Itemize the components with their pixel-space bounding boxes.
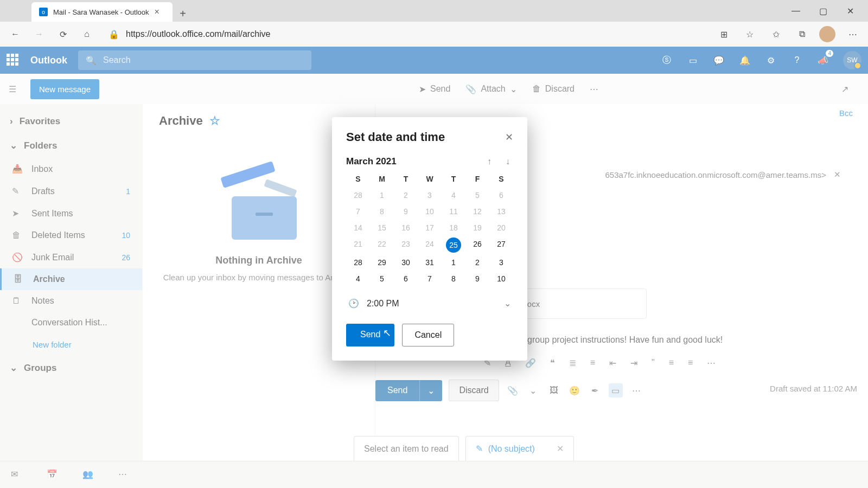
- dow-label: F: [465, 175, 489, 183]
- calendar-day[interactable]: 11: [442, 207, 465, 216]
- outlook-favicon: o: [39, 8, 48, 16]
- time-value: 2:00 PM: [367, 299, 399, 309]
- calendar-day[interactable]: 6: [489, 191, 513, 200]
- lock-icon: 🔒: [108, 29, 119, 40]
- calendar-day[interactable]: 7: [418, 274, 442, 283]
- calendar-day[interactable]: 13: [489, 207, 513, 216]
- calendar-day[interactable]: 17: [418, 223, 442, 232]
- refresh-icon[interactable]: ⟳: [54, 25, 72, 43]
- close-icon[interactable]: ×: [155, 7, 159, 17]
- calendar-day[interactable]: 2: [394, 191, 418, 200]
- maximize-icon[interactable]: ▢: [809, 0, 837, 22]
- forward-icon: →: [30, 25, 48, 43]
- calendar-day[interactable]: 5: [370, 274, 394, 283]
- calendar-day[interactable]: 20: [489, 223, 513, 232]
- back-icon[interactable]: ←: [7, 25, 24, 43]
- calendar-day[interactable]: 4: [442, 191, 465, 200]
- calendar-day[interactable]: 10: [418, 207, 442, 216]
- home-icon[interactable]: ⌂: [78, 25, 95, 43]
- minimize-icon[interactable]: —: [782, 0, 809, 22]
- close-window-icon[interactable]: ✕: [837, 0, 864, 22]
- calendar-month-label: March 2021: [346, 156, 476, 167]
- prev-month-icon[interactable]: ↑: [484, 157, 495, 166]
- calendar-day[interactable]: 8: [442, 274, 465, 283]
- modal-title: Set date and time: [346, 130, 445, 144]
- time-picker[interactable]: 🕑 2:00 PM ⌄: [346, 295, 513, 312]
- calendar-day[interactable]: 22: [370, 240, 394, 251]
- calendar-day[interactable]: 8: [370, 207, 394, 216]
- favorites-bar-icon[interactable]: ✩: [767, 25, 784, 43]
- calendar-day[interactable]: 18: [442, 223, 465, 232]
- calendar-day[interactable]: 1: [442, 258, 465, 267]
- calendar-day[interactable]: 24: [418, 240, 442, 251]
- calendar-day[interactable]: 10: [489, 274, 513, 283]
- calendar-day[interactable]: 7: [346, 207, 370, 216]
- browser-chrome: o Mail - Sara Wanasek - Outlook × + — ▢ …: [0, 0, 868, 47]
- calendar-day[interactable]: 9: [394, 207, 418, 216]
- calendar-day[interactable]: 2: [465, 258, 489, 267]
- calendar-day[interactable]: 6: [394, 274, 418, 283]
- browser-tab[interactable]: o Mail - Sara Wanasek - Outlook ×: [31, 2, 173, 22]
- clock-icon: 🕑: [348, 298, 359, 309]
- chevron-down-icon: ⌄: [504, 298, 511, 309]
- calendar-day[interactable]: 16: [394, 223, 418, 232]
- send-scheduled-button[interactable]: Send ↖: [346, 324, 394, 346]
- dow-label: W: [418, 175, 442, 183]
- url-text: https://outlook.office.com/mail/archive: [126, 29, 271, 39]
- calendar-day[interactable]: 3: [489, 258, 513, 267]
- calendar-day[interactable]: 9: [465, 274, 489, 283]
- favorites-star-icon[interactable]: ☆: [741, 25, 758, 43]
- calendar-day[interactable]: 3: [418, 191, 442, 200]
- new-tab-button[interactable]: +: [175, 5, 191, 22]
- calendar-day[interactable]: 27: [489, 240, 513, 251]
- dow-label: T: [442, 175, 465, 183]
- calendar-day[interactable]: 26: [465, 240, 489, 251]
- calendar-day[interactable]: 23: [394, 240, 418, 251]
- calendar-day[interactable]: 31: [418, 258, 442, 267]
- calendar-day[interactable]: 29: [370, 258, 394, 267]
- tab-title: Mail - Sara Wanasek - Outlook: [53, 8, 149, 16]
- calendar-day[interactable]: 5: [465, 191, 489, 200]
- calendar-day[interactable]: 25: [442, 240, 465, 251]
- close-icon[interactable]: ✕: [505, 131, 513, 143]
- calendar-grid: SMTWTFS281234567891011121314151617181920…: [346, 175, 513, 283]
- calendar-day[interactable]: 14: [346, 223, 370, 232]
- schedule-send-modal: Set date and time ✕ March 2021 ↑ ↓ SMTWT…: [332, 117, 527, 361]
- extensions-icon[interactable]: ⊞: [715, 25, 732, 43]
- cancel-button[interactable]: Cancel: [402, 324, 454, 346]
- calendar-day[interactable]: 28: [346, 191, 370, 200]
- dow-label: S: [489, 175, 513, 183]
- cursor-icon: ↖: [383, 327, 391, 339]
- calendar-day[interactable]: 30: [394, 258, 418, 267]
- dow-label: M: [370, 175, 394, 183]
- calendar-day[interactable]: 21: [346, 240, 370, 251]
- profile-avatar[interactable]: [819, 26, 835, 42]
- collections-icon[interactable]: ⧉: [793, 25, 810, 43]
- dow-label: T: [394, 175, 418, 183]
- calendar-day[interactable]: 1: [370, 191, 394, 200]
- next-month-icon[interactable]: ↓: [502, 157, 513, 166]
- calendar-day[interactable]: 19: [465, 223, 489, 232]
- calendar-day[interactable]: 15: [370, 223, 394, 232]
- calendar-day[interactable]: 4: [346, 274, 370, 283]
- calendar-day[interactable]: 28: [346, 258, 370, 267]
- dow-label: S: [346, 175, 370, 183]
- more-icon[interactable]: ⋯: [844, 25, 861, 43]
- address-bar[interactable]: 🔒 https://outlook.office.com/mail/archiv…: [102, 25, 709, 43]
- calendar-day[interactable]: 12: [465, 207, 489, 216]
